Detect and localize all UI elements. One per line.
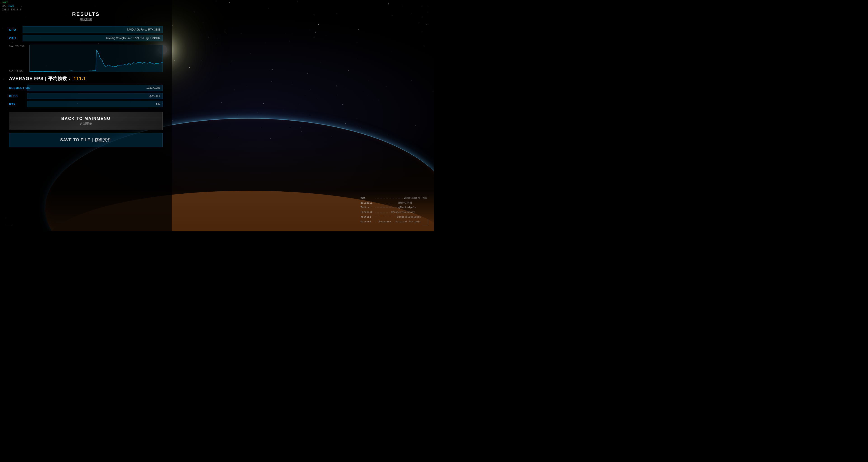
average-fps-display: AVERAGE FPS | 平均帧数： 111.1	[9, 76, 163, 82]
resolution-bar: 1920X1988	[27, 85, 163, 91]
results-title: RESULTS 测试结果	[9, 11, 163, 22]
gpu-label: GPU	[9, 28, 23, 31]
cpu-row: CPU Intel(R) Core(TM) i7-16799 CPU @ 2.9…	[9, 35, 163, 41]
hud-gpu-label: GPU	[2, 4, 6, 8]
social-row: Twitter --------------- @TheScalpels	[361, 205, 427, 210]
social-dots: --------------	[375, 215, 396, 220]
social-handle: Boundary - Surgical Scalpels	[379, 220, 421, 224]
hud-stat-fps: 4487	[2, 1, 8, 4]
social-row: 微博 ------------------- @边境-柳叶刀工作室	[361, 196, 427, 201]
cpu-bar: Intel(R) Core(TM) i7-16799 CPU @ 2.99GHz	[23, 35, 163, 41]
social-dots: ----------	[375, 210, 390, 215]
back-button-label-zh: 返回菜单	[13, 122, 158, 126]
social-row: BiliBili --------------- @柳叶刀科技	[361, 201, 427, 205]
corner-bl-decoration	[6, 219, 12, 225]
social-row: Youtube -------------- SurgicalScalpels	[361, 215, 427, 220]
fps-chart-canvas	[30, 45, 162, 72]
social-handle: SurgicalScalpels	[397, 215, 421, 220]
social-row: Discord -- Boundary - Surgical Scalpels	[361, 220, 427, 224]
hud-stats-overlay: 4487 GPU 1920 D3012 132 7.7	[0, 0, 23, 12]
results-title-en: RESULTS	[9, 11, 163, 17]
social-links: 微博 ------------------- @边境-柳叶刀工作室 BiliBi…	[361, 196, 427, 224]
social-platform: 微博	[361, 196, 374, 201]
results-title-zh: 测试结果	[9, 18, 163, 22]
chart-max-label: Max FPS:338	[9, 45, 24, 48]
resolution-row: RESOLUTION 1920X1988	[9, 84, 163, 91]
social-platform: Discord	[361, 220, 374, 224]
corner-tr-decoration	[422, 6, 428, 12]
dlss-value: QUALITY	[149, 94, 160, 97]
gpu-row: GPU NVIDIA GeForce RTX 3888	[9, 26, 163, 33]
gpu-bar: NVIDIA GeForce RTX 3888	[23, 26, 163, 33]
gpu-value: NVIDIA GeForce RTX 3888	[127, 28, 160, 31]
social-handle: @柳叶刀科技	[398, 201, 412, 205]
chart-labels: Max FPS:338 Min FPS:16	[9, 45, 24, 72]
social-platform: Youtube	[361, 215, 374, 220]
rtx-bar: ON	[27, 101, 163, 107]
cpu-value: Intel(R) Core(TM) i7-16799 CPU @ 2.99GHz	[106, 37, 160, 40]
chart-canvas-wrap	[29, 45, 163, 72]
rtx-label: RTX	[9, 103, 27, 106]
left-panel: RESULTS 测试结果 GPU NVIDIA GeForce RTX 3888…	[0, 0, 172, 231]
avg-fps-label: AVERAGE FPS | 平均帧数：	[9, 76, 72, 82]
avg-fps-value: 111.1	[74, 76, 86, 81]
rtx-row: RTX ON	[9, 101, 163, 108]
social-dots: ---------------	[375, 205, 397, 210]
chart-min-label: Min FPS:16	[9, 70, 24, 72]
social-handle: @边境-柳叶刀工作室	[404, 196, 427, 201]
fps-chart-section: Max FPS:338 Min FPS:16	[9, 45, 163, 72]
save-button-label: SAVE TO FILE | 存至文件	[13, 137, 158, 143]
social-platform: Twitter	[361, 205, 374, 210]
hud-misc-value: D3012 132 7.7	[2, 8, 21, 11]
back-button-label-en: BACK TO MAINMENU	[13, 116, 158, 121]
social-handle: @TheScalpels	[398, 205, 416, 210]
social-handle: @ProjectBoundary	[391, 210, 415, 215]
cpu-label: CPU	[9, 37, 23, 40]
corner-br-decoration	[422, 219, 428, 225]
save-to-file-button[interactable]: SAVE TO FILE | 存至文件	[9, 133, 163, 147]
dlss-bar: QUALITY	[27, 93, 163, 99]
resolution-label: RESOLUTION	[9, 86, 27, 90]
resolution-value: 1920X1988	[147, 86, 160, 89]
social-row: Facebook ---------- @ProjectBoundary	[361, 210, 427, 215]
back-to-mainmenu-button[interactable]: BACK TO MAINMENU 返回菜单	[9, 112, 163, 130]
dlss-row: DLSS QUALITY	[9, 92, 163, 99]
rtx-value: ON	[156, 103, 160, 106]
social-dots: ---------------	[375, 201, 397, 205]
social-dots: --	[375, 220, 378, 224]
social-platform: Facebook	[361, 210, 374, 215]
social-dots: -------------------	[375, 196, 403, 201]
dlss-label: DLSS	[9, 94, 27, 98]
social-platform: BiliBili	[361, 201, 374, 205]
hud-gpu-value: 1920	[8, 4, 14, 8]
